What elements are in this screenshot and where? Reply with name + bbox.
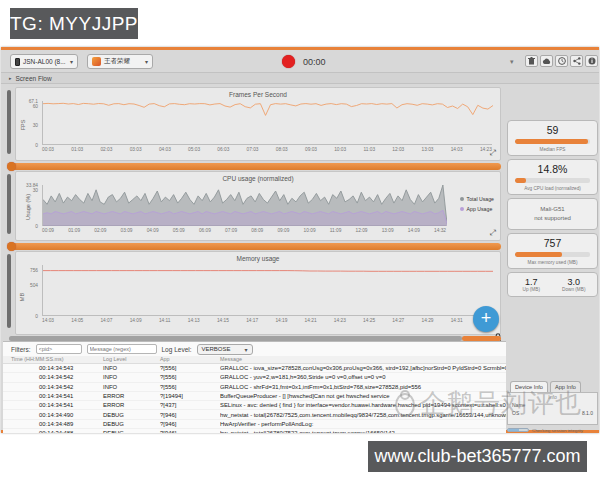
tab-device-info[interactable]: Device Info [510,381,548,392]
memory-plot[interactable] [42,265,492,316]
axis-tick: 07:09 [225,228,237,233]
log-row[interactable]: 00:14:34:543INFO?[556]GRALLOC - iova_siz… [3,364,506,373]
legend-dot [460,197,464,201]
status-text: Checking session integrity [532,428,583,433]
network-card: 1.7 Up (MB) 3.0 Down (MB) [507,272,598,297]
log-cell: DEBUG [103,412,160,418]
header-time: Time (HH:MM:SS.ms) [3,356,103,363]
log-cell: 00:14:34:542 [3,384,103,390]
tab-app-info[interactable]: App Info [550,381,581,392]
log-cell: 00:14:34:541 [3,402,103,408]
log-row[interactable]: 00:14:34:542INFO?[556]GRALLOC - yuv=2,w=… [3,373,506,382]
header-app: App [160,356,220,363]
app-window: JSN-AL00 (8... ▾ 王者荣耀 ▾ 00:00 ▾ ▸ Screen… [1,47,599,433]
info-key: OS [512,410,519,416]
add-marker-button[interactable]: + [473,306,499,332]
pid-filter-input[interactable] [36,344,82,354]
log-row[interactable]: 00:14:34:490DEBUG?[946]hw_netstat - tota… [3,410,506,419]
screen-flow-section[interactable]: ▸ Screen Flow [1,72,599,84]
avg-cpu-bar [515,178,590,183]
slider-knob[interactable] [7,162,16,171]
info-value: 8.1.0 [582,410,593,416]
axis-tick: 14:09 [408,228,420,233]
log-level-select[interactable]: VERBOSE ▾ [197,344,253,355]
memory-xticks: 14:0314:0514:0714:0914:1114:1314:1514:17… [42,318,492,323]
log-cell: DEBUG [103,430,160,433]
legend-item-total: Total Usage [460,196,494,202]
network-down-label: Down (MB) [553,287,596,292]
history-button[interactable] [555,55,568,67]
axis-tick: 06:09 [199,228,211,233]
axis-tick: 02:03 [100,147,112,152]
share-icon [573,57,581,65]
log-row[interactable]: 00:14:34:541ERROR?[437]SELinux - avc: de… [3,401,506,410]
log-row[interactable]: 00:14:34:542INFO?[556]GRALLOC - shrFd=31… [3,383,506,392]
device-select[interactable]: JSN-AL00 (8... ▾ [10,54,78,69]
axis-tick: 10:03 [334,147,346,152]
app-icon [92,57,101,66]
axis-tick: 01:09 [68,228,80,233]
axis-tick: 12:03 [392,147,404,152]
fps-panel-drag-handle[interactable] [7,90,11,154]
axis-tick: 04:03 [159,147,171,152]
log-row[interactable]: 00:14:34:488DEBUG?[946]hw_netstat - tota… [3,429,506,433]
log-cell: ?[19494] [160,393,220,399]
axis-tick: 30 [33,123,38,128]
cpu-plot[interactable] [42,185,446,226]
delete-button[interactable] [525,55,538,67]
log-cell: INFO [103,365,160,371]
fps-range-slider[interactable] [9,163,501,170]
fps-plot[interactable] [42,101,492,145]
axis-tick: 14:23 [334,318,346,323]
app-select[interactable]: 王者荣耀 ▾ [87,54,153,69]
expand-icon[interactable]: ⤢ [490,148,496,158]
cpu-panel-drag-handle[interactable] [7,174,11,234]
cpu-range-slider[interactable] [9,243,501,250]
axis-tick: 10:09 [304,228,316,233]
log-row[interactable]: 00:14:34:541ERROR?[19494]BufferQueueProd… [3,392,506,401]
cloud-upload-button[interactable] [540,55,553,67]
axis-tick: 04:09 [147,228,159,233]
log-cell: ?[556] [160,374,220,380]
log-cell: INFO [103,384,160,390]
avg-cpu-value: 14.8% [513,163,592,175]
axis-tick: 0 [35,224,38,229]
cpu-chart-panel: CPU usage (normalized) Usage (%) 33.8430… [15,171,501,241]
share-button[interactable] [570,55,583,67]
memory-panel-drag-handle[interactable] [7,254,11,328]
fps-xticks: 00:0301:0302:0303:0304:0305:0306:0307:03… [42,147,492,152]
expand-icon[interactable]: ⤢ [490,228,496,238]
log-level-label: Log Level: [162,346,192,353]
status-progress-bar [507,428,529,432]
axis-tick: 14:15 [217,318,229,323]
website-ad-banner: www.club-bet365777.com [368,441,587,472]
axis-tick: 0 [35,143,38,148]
chevron-down-icon[interactable]: ▾ [510,58,514,66]
log-cell: GRALLOC - yuv=2,w=181,h=360,Stride u=0 v… [220,374,506,380]
log-cell: GRALLOC - iova_size=278528,conUsg=0x306,… [220,365,506,371]
gpu-name: Mali-G51 [512,205,593,214]
info-button[interactable] [585,55,598,67]
record-button[interactable] [282,55,295,68]
network-up-label: Up (MB) [510,287,553,292]
log-cell: hw_netstat - total|26782/7525,com.tencen… [220,412,506,418]
axis-tick: 00:09 [42,228,54,233]
info-row-name: Name [508,400,597,408]
network-down-value: 3.0 [553,277,596,287]
log-cell: hw_netstat - total|26780/7522,com.tencen… [220,430,506,433]
axis-tick: 14:05 [71,318,83,323]
message-filter-input[interactable] [87,344,157,354]
log-row[interactable]: 00:14:34:489DEBUG?[946]HwArpVerifier - p… [3,420,506,429]
axis-tick: 14:13 [188,318,200,323]
axis-tick: 0 [35,314,38,319]
screen-flow-label: Screen Flow [16,75,52,82]
axis-tick: 13:09 [382,228,394,233]
slider-knob[interactable] [7,242,16,251]
log-cell: ?[556] [160,365,220,371]
expander-arrow-icon: ▸ [9,75,12,81]
median-fps-label: Median FPS [513,147,592,152]
cpu-xticks: 00:0901:0902:0903:0904:0905:0906:0907:09… [42,228,446,233]
stats-sidebar: 59 Median FPS 14.8% Avg CPU load (normal… [507,120,598,300]
device-select-value: JSN-AL00 (8... [23,58,66,65]
app-select-value: 王者荣耀 [104,57,130,66]
